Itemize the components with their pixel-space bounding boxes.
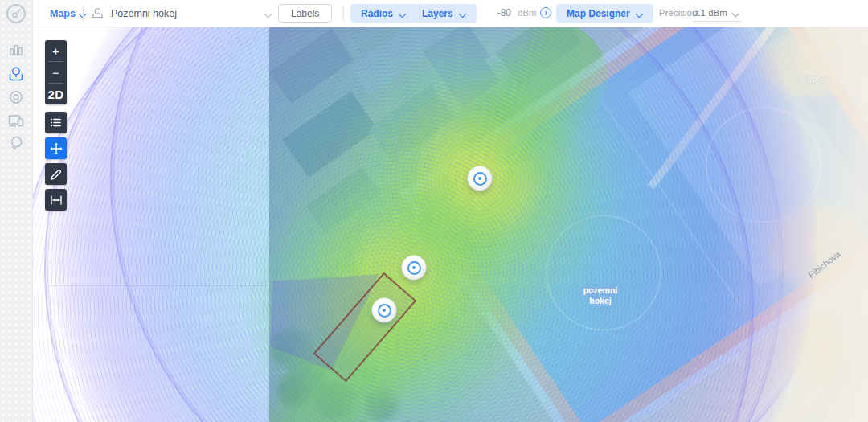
zoom-control-group: + − 2D xyxy=(45,40,67,104)
map-canvas[interactable]: pozemní hokej Fibichova © TopGis + − 2D xyxy=(32,27,868,422)
chevron-down-icon xyxy=(733,10,739,16)
app-sidebar xyxy=(0,0,33,422)
divider xyxy=(343,6,344,21)
precision-value: 0.1 dBm xyxy=(693,8,727,18)
legend-list-button[interactable] xyxy=(45,112,67,133)
sidebar-item-antennas[interactable] xyxy=(7,135,25,153)
gauge-logo-icon xyxy=(4,2,28,26)
divider xyxy=(83,6,84,21)
sidebar-item-maps[interactable] xyxy=(7,65,25,83)
chevron-down-icon xyxy=(637,10,643,17)
draw-tool-button[interactable] xyxy=(45,163,67,185)
zoom-out-button[interactable]: − xyxy=(45,62,67,83)
map-pin-icon xyxy=(91,6,104,20)
signal-threshold-input[interactable]: -80 xyxy=(490,0,511,27)
antenna-bulb-icon xyxy=(8,135,24,153)
top-toolbar: Maps Pozemni hokej Labels Radios Layers xyxy=(32,0,868,27)
list-icon xyxy=(50,117,62,129)
ap-marker[interactable] xyxy=(402,256,426,280)
place-label: pozemní hokej xyxy=(571,285,629,306)
radios-button-label: Radios xyxy=(361,8,393,19)
maps-menu-label: Maps xyxy=(50,8,76,19)
ap-marker[interactable] xyxy=(468,166,492,191)
mode-2d-button[interactable]: 2D xyxy=(45,84,67,104)
ap-marker[interactable] xyxy=(372,298,396,322)
map-attribution: © TopGis xyxy=(794,74,830,84)
access-point-icon xyxy=(407,261,421,275)
zoom-in-button[interactable]: + xyxy=(45,40,67,61)
info-icon[interactable]: i xyxy=(540,7,551,18)
precision-select[interactable]: 0.1 dBm xyxy=(693,6,741,22)
access-point-icon xyxy=(378,304,391,318)
map-pin-icon xyxy=(7,65,25,83)
map-select-value: Pozemni hokej xyxy=(111,8,259,19)
measure-icon xyxy=(50,195,63,206)
devices-icon xyxy=(7,113,25,129)
sidebar-item-coverage[interactable] xyxy=(7,88,25,106)
map-select[interactable]: Pozemni hokej xyxy=(91,0,272,27)
labels-button[interactable]: Labels xyxy=(278,4,332,23)
chevron-down-icon xyxy=(265,10,272,17)
signal-threshold-unit: dBm xyxy=(518,0,537,27)
labels-button-label: Labels xyxy=(291,8,319,19)
measure-tool-button[interactable] xyxy=(45,189,67,211)
sidebar-item-dashboard[interactable] xyxy=(7,41,25,59)
sidebar-item-devices[interactable] xyxy=(7,112,25,129)
maps-menu-button[interactable]: Maps xyxy=(50,0,86,27)
wifi-planner-app: pozemní hokej Fibichova © TopGis + − 2D xyxy=(0,0,868,422)
map-designer-button[interactable]: Map Designer xyxy=(556,4,653,23)
map-designer-label: Map Designer xyxy=(567,8,630,19)
pencil-icon xyxy=(51,169,62,180)
ap-layer xyxy=(32,27,868,422)
app-logo[interactable] xyxy=(4,2,28,26)
move-icon xyxy=(50,142,63,155)
radios-button[interactable]: Radios xyxy=(350,4,416,23)
chevron-down-icon xyxy=(460,10,466,17)
layers-button[interactable]: Layers xyxy=(411,4,477,23)
chevron-down-icon xyxy=(399,10,406,17)
bar-chart-icon xyxy=(8,42,24,58)
move-tool-button[interactable] xyxy=(45,137,67,159)
target-circles-icon xyxy=(8,89,24,105)
access-point-icon xyxy=(473,172,487,186)
layers-button-label: Layers xyxy=(422,8,453,19)
